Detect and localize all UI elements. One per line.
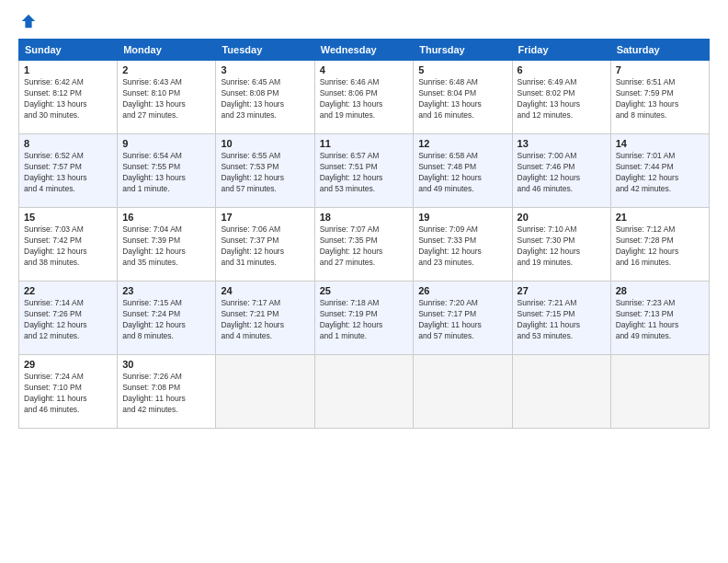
day-number: 15	[24, 212, 112, 223]
logo-icon	[20, 13, 37, 29]
calendar-cell: 7Sunrise: 6:51 AM Sunset: 7:59 PM Daylig…	[610, 61, 709, 134]
calendar-cell: 21Sunrise: 7:12 AM Sunset: 7:28 PM Dayli…	[610, 208, 709, 282]
calendar-cell: 28Sunrise: 7:23 AM Sunset: 7:13 PM Dayli…	[610, 282, 709, 355]
week-row-4: 22Sunrise: 7:14 AM Sunset: 7:26 PM Dayli…	[19, 282, 710, 355]
week-row-3: 15Sunrise: 7:03 AM Sunset: 7:42 PM Dayli…	[19, 208, 710, 282]
calendar-cell: 3Sunrise: 6:45 AM Sunset: 8:08 PM Daylig…	[216, 61, 314, 134]
day-info: Sunrise: 7:07 AM Sunset: 7:35 PM Dayligh…	[320, 224, 409, 269]
calendar-cell: 17Sunrise: 7:06 AM Sunset: 7:37 PM Dayli…	[216, 208, 314, 282]
calendar-cell: 10Sunrise: 6:55 AM Sunset: 7:53 PM Dayli…	[216, 134, 314, 208]
day-number: 17	[221, 212, 309, 223]
day-info: Sunrise: 6:55 AM Sunset: 7:53 PM Dayligh…	[221, 151, 309, 195]
calendar-cell: 4Sunrise: 6:46 AM Sunset: 8:06 PM Daylig…	[314, 61, 414, 134]
calendar-cell: 15Sunrise: 7:03 AM Sunset: 7:42 PM Dayli…	[19, 208, 118, 282]
svg-marker-0	[22, 15, 35, 28]
day-info: Sunrise: 7:10 AM Sunset: 7:30 PM Dayligh…	[518, 224, 606, 269]
day-number: 24	[221, 285, 309, 296]
day-info: Sunrise: 7:23 AM Sunset: 7:13 PM Dayligh…	[616, 298, 704, 342]
day-info: Sunrise: 6:49 AM Sunset: 8:02 PM Dayligh…	[518, 77, 606, 121]
day-number: 12	[418, 138, 506, 149]
calendar-cell: 11Sunrise: 6:57 AM Sunset: 7:51 PM Dayli…	[314, 134, 414, 208]
day-number: 20	[518, 212, 606, 223]
day-info: Sunrise: 7:21 AM Sunset: 7:15 PM Dayligh…	[518, 298, 606, 342]
calendar-cell: 12Sunrise: 6:58 AM Sunset: 7:48 PM Dayli…	[414, 134, 512, 208]
day-info: Sunrise: 7:12 AM Sunset: 7:28 PM Dayligh…	[616, 224, 704, 269]
day-number: 4	[320, 64, 409, 75]
weekday-header-wednesday: Wednesday	[314, 40, 414, 61]
day-info: Sunrise: 6:43 AM Sunset: 8:10 PM Dayligh…	[122, 77, 210, 121]
weekday-header-sunday: Sunday	[19, 40, 118, 61]
day-info: Sunrise: 6:42 AM Sunset: 8:12 PM Dayligh…	[24, 77, 112, 121]
calendar-container: SundayMondayTuesdayWednesdayThursdayFrid…	[0, 0, 728, 563]
day-info: Sunrise: 7:24 AM Sunset: 7:10 PM Dayligh…	[24, 372, 112, 416]
week-row-2: 8Sunrise: 6:52 AM Sunset: 7:57 PM Daylig…	[19, 134, 710, 208]
calendar-cell: 16Sunrise: 7:04 AM Sunset: 7:39 PM Dayli…	[118, 208, 216, 282]
calendar-cell	[610, 355, 709, 429]
day-number: 8	[24, 138, 112, 149]
calendar-cell: 29Sunrise: 7:24 AM Sunset: 7:10 PM Dayli…	[19, 355, 118, 429]
logo	[18, 15, 37, 31]
day-number: 23	[122, 285, 210, 296]
day-info: Sunrise: 6:51 AM Sunset: 7:59 PM Dayligh…	[616, 77, 704, 121]
day-info: Sunrise: 7:15 AM Sunset: 7:24 PM Dayligh…	[122, 298, 210, 342]
day-number: 6	[518, 64, 606, 75]
calendar-cell: 1Sunrise: 6:42 AM Sunset: 8:12 PM Daylig…	[19, 61, 118, 134]
week-row-1: 1Sunrise: 6:42 AM Sunset: 8:12 PM Daylig…	[19, 61, 710, 134]
calendar-cell: 20Sunrise: 7:10 AM Sunset: 7:30 PM Dayli…	[512, 208, 610, 282]
day-number: 29	[24, 359, 112, 370]
day-info: Sunrise: 7:26 AM Sunset: 7:08 PM Dayligh…	[122, 372, 210, 416]
day-number: 30	[122, 359, 210, 370]
day-info: Sunrise: 6:54 AM Sunset: 7:55 PM Dayligh…	[122, 151, 210, 195]
calendar-cell	[216, 355, 314, 429]
calendar-cell: 13Sunrise: 7:00 AM Sunset: 7:46 PM Dayli…	[512, 134, 610, 208]
day-number: 18	[320, 212, 409, 223]
day-number: 21	[616, 212, 704, 223]
calendar-cell: 30Sunrise: 7:26 AM Sunset: 7:08 PM Dayli…	[118, 355, 216, 429]
calendar-table: SundayMondayTuesdayWednesdayThursdayFrid…	[18, 39, 710, 429]
weekday-header-tuesday: Tuesday	[216, 40, 314, 61]
calendar-cell: 24Sunrise: 7:17 AM Sunset: 7:21 PM Dayli…	[216, 282, 314, 355]
day-info: Sunrise: 6:58 AM Sunset: 7:48 PM Dayligh…	[418, 151, 506, 195]
day-info: Sunrise: 6:57 AM Sunset: 7:51 PM Dayligh…	[320, 151, 409, 195]
day-info: Sunrise: 7:18 AM Sunset: 7:19 PM Dayligh…	[320, 298, 409, 342]
day-info: Sunrise: 7:20 AM Sunset: 7:17 PM Dayligh…	[418, 298, 506, 342]
day-number: 19	[418, 212, 506, 223]
day-number: 25	[320, 285, 409, 296]
day-number: 22	[24, 285, 112, 296]
day-number: 16	[122, 212, 210, 223]
day-number: 14	[616, 138, 704, 149]
day-info: Sunrise: 6:52 AM Sunset: 7:57 PM Dayligh…	[24, 151, 112, 195]
day-number: 7	[616, 64, 704, 75]
day-info: Sunrise: 6:45 AM Sunset: 8:08 PM Dayligh…	[221, 77, 309, 121]
calendar-cell: 26Sunrise: 7:20 AM Sunset: 7:17 PM Dayli…	[414, 282, 512, 355]
calendar-cell	[314, 355, 414, 429]
day-info: Sunrise: 7:00 AM Sunset: 7:46 PM Dayligh…	[518, 151, 606, 195]
day-number: 9	[122, 138, 210, 149]
day-info: Sunrise: 7:17 AM Sunset: 7:21 PM Dayligh…	[221, 298, 309, 342]
calendar-cell: 23Sunrise: 7:15 AM Sunset: 7:24 PM Dayli…	[118, 282, 216, 355]
calendar-cell	[512, 355, 610, 429]
calendar-cell: 9Sunrise: 6:54 AM Sunset: 7:55 PM Daylig…	[118, 134, 216, 208]
calendar-cell: 5Sunrise: 6:48 AM Sunset: 8:04 PM Daylig…	[414, 61, 512, 134]
day-number: 11	[320, 138, 409, 149]
calendar-cell: 27Sunrise: 7:21 AM Sunset: 7:15 PM Dayli…	[512, 282, 610, 355]
calendar-cell: 19Sunrise: 7:09 AM Sunset: 7:33 PM Dayli…	[414, 208, 512, 282]
day-number: 26	[418, 285, 506, 296]
weekday-header-monday: Monday	[118, 40, 216, 61]
day-number: 13	[518, 138, 606, 149]
day-number: 10	[221, 138, 309, 149]
day-number: 5	[418, 64, 506, 75]
calendar-cell: 25Sunrise: 7:18 AM Sunset: 7:19 PM Dayli…	[314, 282, 414, 355]
calendar-cell: 6Sunrise: 6:49 AM Sunset: 8:02 PM Daylig…	[512, 61, 610, 134]
day-info: Sunrise: 7:09 AM Sunset: 7:33 PM Dayligh…	[418, 224, 506, 269]
header	[18, 15, 710, 31]
day-number: 27	[518, 285, 606, 296]
calendar-cell: 18Sunrise: 7:07 AM Sunset: 7:35 PM Dayli…	[314, 208, 414, 282]
day-info: Sunrise: 6:46 AM Sunset: 8:06 PM Dayligh…	[320, 77, 409, 121]
calendar-cell: 22Sunrise: 7:14 AM Sunset: 7:26 PM Dayli…	[19, 282, 118, 355]
weekday-header-thursday: Thursday	[414, 40, 512, 61]
weekday-header-row: SundayMondayTuesdayWednesdayThursdayFrid…	[19, 40, 710, 61]
day-info: Sunrise: 7:01 AM Sunset: 7:44 PM Dayligh…	[616, 151, 704, 195]
calendar-cell: 2Sunrise: 6:43 AM Sunset: 8:10 PM Daylig…	[118, 61, 216, 134]
day-number: 3	[221, 64, 309, 75]
